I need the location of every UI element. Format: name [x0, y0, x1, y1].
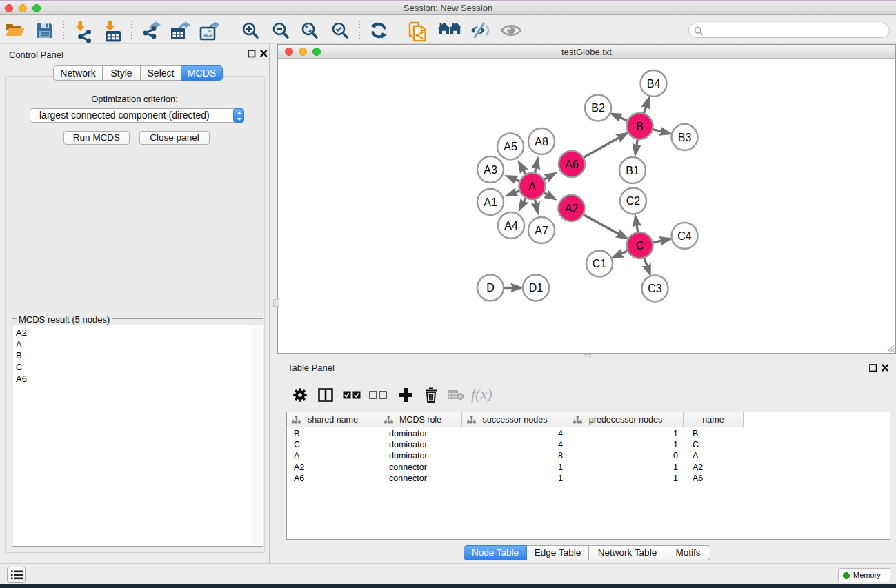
svg-text:A4: A4	[504, 220, 518, 232]
svg-text:A2: A2	[565, 203, 579, 214]
svg-text:B3: B3	[678, 132, 692, 143]
svg-text:B: B	[636, 121, 644, 132]
svg-text:A8: A8	[535, 136, 548, 148]
svg-text:A6: A6	[565, 159, 579, 170]
svg-text:C4: C4	[677, 230, 692, 242]
svg-text:C2: C2	[626, 195, 641, 207]
svg-text:A1: A1	[484, 196, 497, 208]
svg-text:A3: A3	[484, 164, 497, 176]
svg-text:B1: B1	[626, 165, 639, 176]
svg-text:A5: A5	[504, 141, 517, 152]
svg-text:D1: D1	[529, 282, 544, 294]
svg-text:C1: C1	[593, 258, 607, 270]
svg-text:D: D	[486, 282, 495, 294]
svg-text:A: A	[528, 181, 536, 192]
svg-text:B2: B2	[591, 102, 605, 114]
svg-text:C3: C3	[648, 283, 662, 294]
svg-text:B4: B4	[647, 78, 661, 90]
svg-text:A7: A7	[535, 225, 548, 236]
svg-text:C: C	[636, 240, 644, 252]
